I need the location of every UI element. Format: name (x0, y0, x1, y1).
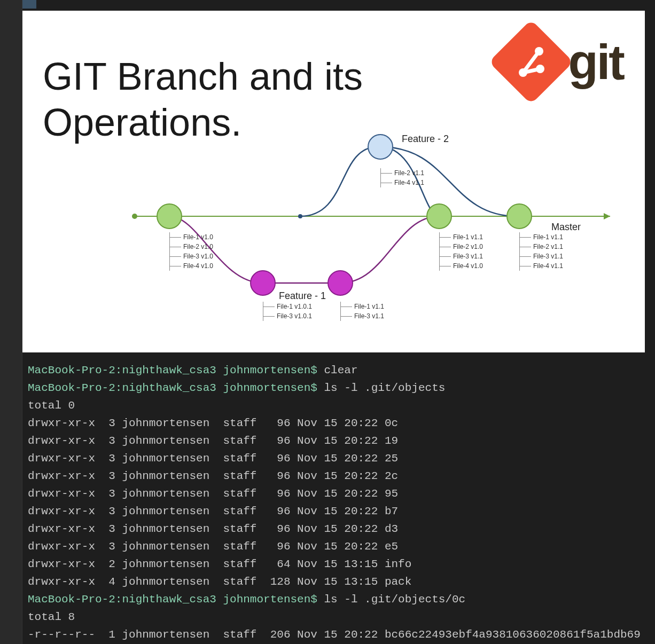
commit-node-master-3 (506, 203, 532, 229)
git-icon (488, 20, 573, 104)
prompt-2: MacBook-Pro-2:nighthawk_csa3 johnmortens… (28, 593, 317, 606)
ls-row: drwxr-xr-x 3 johnmortensen staff 96 Nov … (28, 488, 398, 500)
file-list-commit1: File-1 v1.0 File-2 v1.0 File-3 v1.0 File… (169, 232, 213, 271)
commit-node-master-1 (157, 203, 182, 229)
total-line: total 0 (28, 399, 75, 412)
file-list-commit2: File-1 v1.1 File-2 v1.0 File-3 v1.1 File… (439, 232, 483, 271)
terminal-output[interactable]: MacBook-Pro-2:nighthawk_csa3 johnmortens… (22, 343, 648, 644)
svg-marker-7 (604, 213, 610, 219)
git-logo: git (501, 32, 623, 92)
ls-row: drwxr-xr-x 3 johnmortensen staff 96 Nov … (28, 470, 398, 482)
commit-node-master-2 (426, 203, 452, 229)
ls-row: drwxr-xr-x 3 johnmortensen staff 96 Nov … (28, 417, 398, 429)
ls-row: drwxr-xr-x 3 johnmortensen staff 96 Nov … (28, 452, 398, 465)
ls-row-hash: -r--r--r-- 1 johnmortensen staff 206 Nov… (28, 629, 641, 641)
editor-gutter (0, 0, 22, 644)
file-list-commit3: File-1 v1.1 File-2 v1.1 File-3 v1.1 File… (519, 232, 563, 271)
file-list-feature1b: File-1 v1.1 File-3 v1.1 (340, 302, 384, 321)
total-line: total 8 (28, 611, 75, 623)
branch-diagram: Feature - 2 Feature - 1 Master File-1 v1… (119, 117, 626, 347)
git-logo-text: git (568, 34, 623, 90)
ls-row: drwxr-xr-x 3 johnmortensen staff 96 Nov … (28, 505, 398, 517)
prompt-prev: MacBook-Pro-2:nighthawk_csa3 johnmortens… (28, 364, 317, 376)
label-master: Master (551, 222, 581, 233)
label-feature1: Feature - 1 (279, 290, 326, 302)
commit-node-feature1-b (328, 270, 353, 296)
svg-point-2 (519, 68, 527, 77)
svg-point-4 (536, 65, 544, 73)
ls-row: drwxr-xr-x 3 johnmortensen staff 96 Nov … (28, 540, 398, 553)
commit-node-feature2 (368, 134, 393, 160)
file-list-feature1a: File-1 v1.0.1 File-3 v1.0.1 (263, 302, 312, 321)
label-feature2: Feature - 2 (402, 133, 449, 145)
ls-row: drwxr-xr-x 3 johnmortensen staff 96 Nov … (28, 523, 398, 535)
ls-row: drwxr-xr-x 2 johnmortensen staff 64 Nov … (28, 558, 411, 570)
ls-row: drwxr-xr-x 4 johnmortensen staff 128 Nov… (28, 576, 411, 588)
ls-row: drwxr-xr-x 3 johnmortensen staff 96 Nov … (28, 435, 398, 447)
file-list-feature2: File-2 v1.1 File-4 v1.1 (380, 168, 424, 187)
prompt-1: MacBook-Pro-2:nighthawk_csa3 johnmortens… (28, 382, 317, 394)
slide: GIT Branch and its Operations. git (22, 11, 645, 352)
commit-node-feature1-a (250, 270, 276, 296)
